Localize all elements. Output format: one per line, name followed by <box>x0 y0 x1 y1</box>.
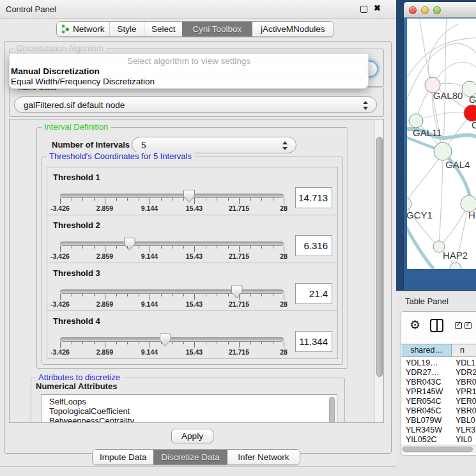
table-row[interactable]: YER054CYER0 <box>401 397 476 406</box>
table-cell-name[interactable]: YDL1 <box>456 358 475 368</box>
network-view-window: GAL80GACGAL11GAL4GCY1HHAP2 <box>403 1 476 291</box>
float-window-icon[interactable] <box>360 6 367 13</box>
table-cell-name[interactable]: YPR1 <box>456 387 476 397</box>
threshold-value-field[interactable]: 14.713 <box>295 187 332 208</box>
algorithm-option-0[interactable]: Manual Discretization <box>11 66 100 76</box>
bottom-tab-label: Infer Network <box>238 452 289 462</box>
threshold-value-field[interactable]: 11.344 <box>295 331 332 352</box>
attributes-list-scrollbar[interactable] <box>328 395 336 423</box>
table-data-combobox-value: galFiltered.sif default node <box>24 100 358 110</box>
table-row[interactable]: YBR043CYBR0 <box>401 378 476 387</box>
threshold-label: Threshold 1 <box>53 173 100 182</box>
slider-track[interactable] <box>60 242 284 246</box>
threshold-value-field[interactable]: 21.4 <box>295 283 332 304</box>
network-canvas[interactable]: GAL80GACGAL11GAL4GCY1HHAP2 <box>407 19 476 269</box>
threshold-block-3: Threshold 3-3.4262.8599.14415.4321.71528… <box>47 263 338 311</box>
combo-arrows-icon <box>282 141 288 150</box>
table-cell-shared-name[interactable]: YBL079W <box>406 416 441 426</box>
table-cell-name[interactable]: YIL0 <box>456 435 472 445</box>
network-node-gcy1[interactable] <box>407 197 411 210</box>
checkbox-icon[interactable] <box>455 322 462 329</box>
network-node-label: GAL4 <box>445 159 470 170</box>
checkbox-icon[interactable] <box>464 322 472 329</box>
table-row[interactable]: YBL079WYBL0 <box>401 416 476 426</box>
slider-ticks <box>60 246 284 252</box>
table-cell-shared-name[interactable]: YBR045C <box>406 406 441 416</box>
combo-arrows-icon <box>363 101 369 110</box>
algorithm-option-1[interactable]: Equal Width/Frequency Discretization <box>11 77 155 86</box>
table-cell-shared-name[interactable]: YLR345W <box>406 426 442 435</box>
tab-label: Network <box>73 24 105 34</box>
table-cell-name[interactable]: YER0 <box>456 397 476 406</box>
slider-tick-labels: -3.4262.8599.14415.4321.71528 <box>60 252 284 260</box>
bottom-tab-infer-network[interactable]: Infer Network <box>227 450 300 464</box>
column-header-name[interactable]: n <box>452 344 476 357</box>
table-body: YDL19…YDL1YDR27…YDR2YBR043CYBR0YPR145WYP… <box>401 358 476 445</box>
table-cell-shared-name[interactable]: YDL19… <box>406 358 438 368</box>
table-cell-name[interactable]: YBR0 <box>456 378 476 387</box>
slider-track[interactable] <box>60 337 284 342</box>
close-icon[interactable]: ✖ <box>374 3 381 13</box>
network-node-label: GAL11 <box>413 127 442 138</box>
table-toolbar: ⚙ <box>401 312 476 344</box>
algorithm-dropdown-popup: Select algorithm to view settings Manual… <box>9 54 369 89</box>
split-panel-icon[interactable] <box>430 319 443 332</box>
table-cell-shared-name[interactable]: YER054C <box>406 397 441 406</box>
table-cell-shared-name[interactable]: YDR27… <box>406 368 440 378</box>
slider-track[interactable] <box>60 289 284 294</box>
table-panel-header: Table Panel <box>396 291 476 310</box>
tab-style[interactable]: Style <box>109 22 144 36</box>
bottom-tab-impute-data[interactable]: Impute Data <box>93 450 153 464</box>
column-header-shared[interactable]: shared… <box>402 344 452 357</box>
discretization-algorithm-group-title: Discretization Algorithm <box>14 44 106 53</box>
network-node[interactable] <box>450 263 461 269</box>
settings-scroll-panel: Interval Definition Number of Intervals … <box>9 119 384 423</box>
network-window-area: GAL80GACGAL11GAL4GCY1HHAP2 <box>396 0 476 291</box>
zoom-traffic-light-icon[interactable] <box>433 6 441 14</box>
threshold-block-1: Threshold 1-3.4262.8599.14415.4321.71528… <box>47 167 338 215</box>
bottom-tab-label: Discretize Data <box>161 452 220 462</box>
table-cell-shared-name[interactable]: YIL052C <box>406 435 437 445</box>
table-cell-name[interactable]: YBL0 <box>456 416 475 426</box>
tab-cyni-toolbox[interactable]: Cyni Toolbox <box>182 22 252 36</box>
table-row[interactable]: YLR345WYLR3 <box>401 426 476 435</box>
threshold-value-field[interactable]: 6.316 <box>295 235 332 256</box>
table-data-combobox[interactable]: galFiltered.sif default node <box>14 96 377 113</box>
number-of-intervals-value: 5 <box>141 141 278 150</box>
attribute-list-item[interactable]: BetweennessCentrality <box>42 416 337 423</box>
threshold-label: Threshold 4 <box>53 316 100 326</box>
table-row[interactable]: YDL19…YDL1 <box>401 358 476 368</box>
attribute-list-item[interactable]: SelfLoops <box>42 397 337 406</box>
apply-button[interactable]: Apply <box>171 429 213 443</box>
attributes-list-scrollbar-thumb[interactable] <box>329 397 335 423</box>
table-cell-shared-name[interactable]: YPR145W <box>406 387 443 397</box>
settings-vertical-scrollbar[interactable] <box>374 120 383 423</box>
tab-jactivemnodules[interactable]: jActiveMNodules <box>252 22 334 36</box>
table-row[interactable]: YIL052CYIL0 <box>401 435 476 445</box>
table-hscrollbar-thumb[interactable] <box>403 447 473 452</box>
close-traffic-light-icon[interactable] <box>409 6 417 14</box>
table-row[interactable]: YPR145WYPR1 <box>401 387 476 397</box>
interval-definition-group-title: Interval Definition <box>42 123 111 132</box>
attribute-list-item[interactable]: TopologicalCoefficient <box>42 406 337 416</box>
table-cell-name[interactable]: YBR0 <box>456 406 476 416</box>
tab-network[interactable]: Network <box>57 22 109 36</box>
slider-track[interactable] <box>60 194 284 198</box>
network-node-gal11[interactable] <box>409 114 423 128</box>
table-cell-shared-name[interactable]: YBR043C <box>406 378 441 387</box>
network-node-gal4[interactable] <box>434 142 452 160</box>
bottom-tab-discretize-data[interactable]: Discretize Data <box>153 450 227 464</box>
numerical-attributes-list[interactable]: SelfLoopsTopologicalCoefficientBetweenne… <box>41 394 337 423</box>
network-node-label: GA <box>469 94 476 105</box>
tab-select[interactable]: Select <box>144 22 182 36</box>
table-row[interactable]: YBR045CYBR0 <box>401 406 476 416</box>
table-cell-name[interactable]: YLR3 <box>456 426 475 435</box>
table-row[interactable]: YDR27…YDR2 <box>401 368 476 378</box>
network-node-label: C <box>472 119 476 130</box>
table-horizontal-scrollbar[interactable] <box>401 445 476 453</box>
gear-icon[interactable]: ⚙ <box>410 318 420 332</box>
tab-label: Cyni Toolbox <box>192 24 242 34</box>
table-cell-name[interactable]: YDR2 <box>456 368 476 378</box>
minimize-traffic-light-icon[interactable] <box>421 6 429 14</box>
settings-scrollbar-thumb[interactable] <box>376 137 383 377</box>
